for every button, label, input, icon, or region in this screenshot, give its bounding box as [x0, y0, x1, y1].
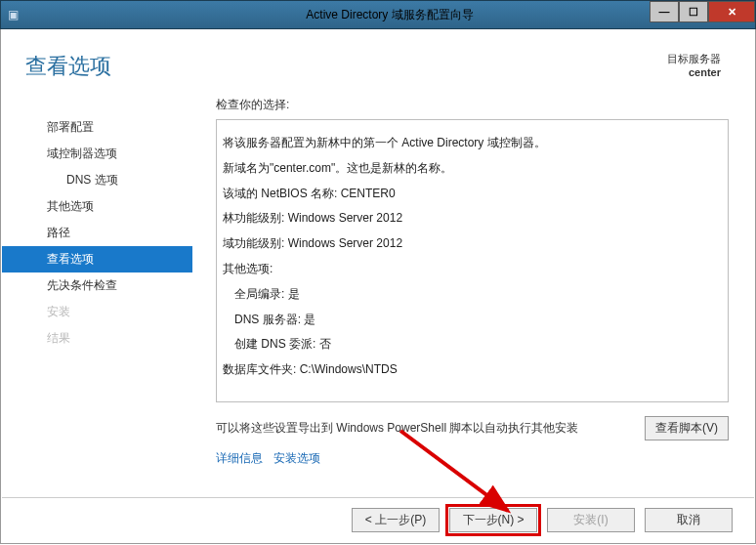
target-server-info: 目标服务器 center — [667, 52, 721, 80]
review-line: 林功能级别: Windows Server 2012 — [223, 209, 722, 229]
page-title: 查看选项 — [25, 52, 111, 81]
target-server-label: 目标服务器 — [667, 52, 721, 65]
wizard-frame: 查看选项 目标服务器 center 部署配置 域控制器选项 DNS 选项 其他选… — [0, 29, 756, 544]
export-hint: 可以将这些设置导出到 Windows PowerShell 脚本以自动执行其他安… — [216, 420, 578, 437]
install-options-link[interactable]: 安装选项 — [273, 451, 320, 465]
target-server-name: center — [667, 65, 721, 79]
install-button: 安装(I) — [547, 508, 635, 532]
wizard-steps-sidebar: 部署配置 域控制器选项 DNS 选项 其他选项 路径 查看选项 先决条件检查 安… — [2, 97, 192, 497]
next-button[interactable]: 下一步(N) > — [449, 508, 537, 532]
review-line: 新域名为"center.com"。这也是新林的名称。 — [223, 159, 722, 179]
main-content: 检查你的选择: 将该服务器配置为新林中的第一个 Active Directory… — [192, 97, 750, 497]
step-prereq-check[interactable]: 先决条件检查 — [2, 272, 192, 299]
review-line: 域功能级别: Windows Server 2012 — [223, 234, 722, 254]
minimize-button[interactable]: — — [650, 1, 679, 22]
maximize-button[interactable]: ☐ — [679, 1, 708, 22]
window-title: Active Directory 域服务配置向导 — [24, 7, 755, 23]
wizard-header: 查看选项 目标服务器 center — [2, 30, 754, 87]
instruction-label: 检查你的选择: — [192, 97, 729, 113]
review-line: 将该服务器配置为新林中的第一个 Active Directory 域控制器。 — [223, 134, 722, 153]
step-dc-options[interactable]: 域控制器选项 — [2, 141, 192, 167]
previous-button[interactable]: < 上一步(P) — [352, 508, 440, 532]
step-other-options[interactable]: 其他选项 — [2, 193, 192, 220]
step-results: 结果 — [2, 325, 192, 352]
step-paths[interactable]: 路径 — [2, 220, 192, 246]
step-deployment-config[interactable]: 部署配置 — [2, 114, 192, 141]
review-line: 全局编录: 是 — [223, 285, 722, 305]
review-line: 数据库文件夹: C:\Windows\NTDS — [223, 360, 722, 380]
step-install: 安装 — [2, 299, 192, 325]
close-button[interactable]: ✕ — [708, 1, 755, 22]
wizard-footer: < 上一步(P) 下一步(N) > 安装(I) 取消 — [2, 497, 754, 542]
details-link[interactable]: 详细信息 — [216, 451, 263, 465]
review-line: 该域的 NetBIOS 名称: CENTER0 — [223, 185, 722, 204]
review-line: DNS 服务器: 是 — [223, 311, 722, 330]
cancel-button[interactable]: 取消 — [645, 508, 733, 532]
step-dns-options[interactable]: DNS 选项 — [2, 167, 192, 193]
review-line: 创建 DNS 委派: 否 — [223, 335, 722, 355]
titlebar: ▣ Active Directory 域服务配置向导 — ☐ ✕ — [0, 0, 756, 29]
step-review-options[interactable]: 查看选项 — [2, 246, 192, 272]
view-script-button[interactable]: 查看脚本(V) — [645, 416, 729, 440]
window-controls: — ☐ ✕ — [650, 1, 755, 22]
review-selections-textbox[interactable]: 将该服务器配置为新林中的第一个 Active Directory 域控制器。新域… — [216, 119, 729, 402]
app-icon: ▣ — [1, 8, 24, 21]
review-line: 其他选项: — [223, 260, 722, 279]
